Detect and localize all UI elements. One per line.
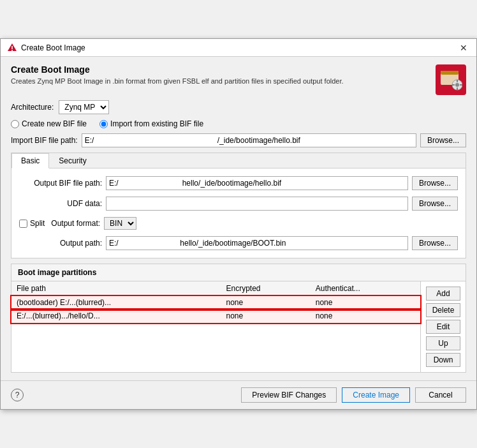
udf-data-label: UDF data: (19, 199, 102, 208)
dialog-title: Create Boot Image (11, 64, 344, 75)
svg-rect-4 (441, 71, 459, 75)
partitions-header: Boot image partitions (11, 264, 466, 281)
col-filepath: File path (11, 281, 221, 296)
title-bar-left: Create Boot Image (7, 43, 85, 53)
close-button[interactable]: ✕ (457, 43, 470, 53)
col-encrypted: Encrypted (221, 281, 310, 296)
cell-encrypted: none (221, 296, 310, 310)
partitions-body: File path Encrypted Authenticat... (boot… (11, 281, 466, 372)
cell-authenticated: none (311, 296, 420, 310)
tab-security[interactable]: Security (49, 153, 96, 168)
basic-tab-content: Output BIF file path: Browse... UDF data… (11, 168, 466, 258)
table-row[interactable]: E:/...(blurred).../hello/D... none none (11, 310, 420, 323)
import-bif-path-input[interactable] (82, 133, 416, 147)
partitions-table-wrap: File path Encrypted Authenticat... (boot… (11, 281, 421, 372)
settings-tab-panel: Basic Security Output BIF file path: Bro… (11, 153, 466, 258)
output-path-label: Output path: (19, 239, 102, 248)
import-bif-path-row: Import BIF file path: Browse... (11, 133, 466, 147)
col-authenticated: Authenticat... (311, 281, 420, 296)
partitions-buttons: Add Delete Edit Up Down (421, 281, 466, 372)
cell-filepath: E:/...(blurred).../hello/D... (11, 310, 221, 323)
import-bif-path-label: Import BIF file path: (11, 136, 78, 145)
cell-encrypted: none (221, 310, 310, 323)
split-checkbox[interactable] (19, 220, 27, 228)
import-existing-bif-radio[interactable] (99, 120, 108, 128)
add-button[interactable]: Add (426, 287, 460, 301)
output-format-row: Output format: BIN (51, 217, 136, 230)
title-bar-title: Create Boot Image (21, 43, 85, 52)
help-icon[interactable]: ? (11, 389, 24, 401)
header-text: Create Boot Image Creates Zynq MP Boot I… (11, 64, 344, 85)
output-path-row: Output path: Browse... (19, 236, 458, 250)
table-row[interactable]: (bootloader) E:/...(blurred)... none non… (11, 296, 420, 310)
header-icon (436, 64, 466, 95)
import-bif-browse-button[interactable]: Browse... (420, 133, 466, 147)
import-existing-bif-radio-label[interactable]: Import from existing BIF file (99, 119, 203, 128)
split-checkbox-label[interactable]: Split (19, 219, 45, 228)
output-path-browse-button[interactable]: Browse... (412, 236, 458, 250)
udf-data-input[interactable] (106, 197, 408, 211)
output-format-select[interactable]: BIN (104, 217, 136, 230)
footer-buttons: Preview BIF Changes Create Image Cancel (241, 387, 466, 403)
output-bif-browse-button[interactable]: Browse... (412, 176, 458, 190)
output-bif-input[interactable] (106, 176, 408, 190)
app-icon (7, 43, 17, 53)
architecture-label: Architecture: (11, 103, 54, 112)
cell-authenticated: none (311, 310, 420, 323)
tab-basic[interactable]: Basic (11, 153, 49, 168)
title-bar: Create Boot Image ✕ (1, 39, 476, 57)
udf-data-row: UDF data: Browse... (19, 197, 458, 211)
create-new-bif-radio[interactable] (11, 120, 19, 128)
udf-browse-button[interactable]: Browse... (412, 197, 458, 211)
create-boot-image-dialog: Create Boot Image ✕ Create Boot Image Cr… (0, 38, 477, 410)
architecture-select[interactable]: Zynq MP (59, 100, 109, 114)
table-header-row: File path Encrypted Authenticat... (11, 281, 420, 296)
boot-image-icon (439, 68, 462, 91)
up-button[interactable]: Up (426, 336, 460, 350)
edit-button[interactable]: Edit (426, 320, 460, 334)
preview-bif-button[interactable]: Preview BIF Changes (241, 387, 337, 403)
split-format-row: Split Output format: BIN (19, 217, 458, 230)
partitions-table: File path Encrypted Authenticat... (boot… (11, 281, 420, 323)
svg-point-2 (11, 50, 13, 51)
header-row: Create Boot Image Creates Zynq MP Boot I… (11, 64, 466, 95)
svg-point-6 (455, 83, 459, 87)
split-label-text: Split (30, 219, 45, 228)
output-bif-label: Output BIF file path: (19, 179, 102, 188)
output-format-label: Output format: (51, 219, 100, 228)
dialog-footer: ? Preview BIF Changes Create Image Cance… (1, 380, 476, 409)
output-path-input[interactable] (106, 236, 408, 250)
create-image-button[interactable]: Create Image (342, 387, 410, 403)
cell-filepath: (bootloader) E:/...(blurred)... (11, 296, 221, 310)
bif-source-row: Create new BIF file Import from existing… (11, 119, 466, 128)
dialog-description: Creates Zynq MP Boot Image in .bin forma… (11, 77, 344, 85)
output-bif-row: Output BIF file path: Browse... (19, 176, 458, 190)
down-button[interactable]: Down (426, 353, 460, 367)
partitions-section: Boot image partitions File path Encrypte… (11, 264, 466, 373)
tabs-bar: Basic Security (11, 153, 466, 168)
cancel-button[interactable]: Cancel (415, 387, 466, 403)
create-new-bif-radio-label[interactable]: Create new BIF file (11, 119, 87, 128)
architecture-row: Architecture: Zynq MP (11, 100, 466, 114)
delete-button[interactable]: Delete (426, 303, 460, 317)
dialog-content: Create Boot Image Creates Zynq MP Boot I… (1, 57, 476, 380)
